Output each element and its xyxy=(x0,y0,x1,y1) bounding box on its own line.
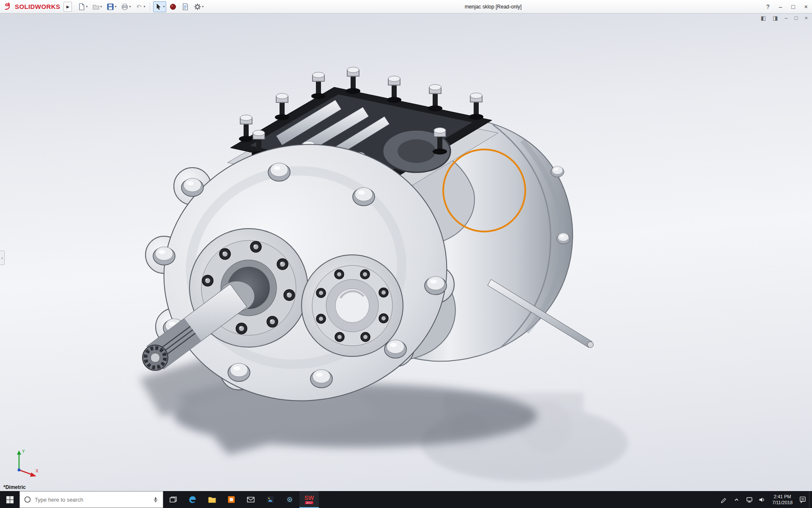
feature-manager-collapse-tab[interactable]: ‹ xyxy=(0,251,5,265)
solidworks-taskbar-button[interactable]: SW 2017 xyxy=(299,491,319,508)
gearbox-model[interactable] xyxy=(143,67,593,419)
dropdown-caret[interactable]: ▾ xyxy=(143,5,145,8)
pane-left-icon[interactable]: ◧ xyxy=(761,15,766,21)
doc-close-button[interactable]: × xyxy=(804,15,808,21)
titlebar: SOLIDWORKS ▶ ▾ ▾ ▾ xyxy=(0,0,812,14)
media-app-button[interactable] xyxy=(280,491,299,508)
show-desktop-button[interactable] xyxy=(809,491,812,508)
open-button[interactable]: ▾ xyxy=(91,1,104,12)
dropdown-caret[interactable]: ▾ xyxy=(202,5,203,8)
maximize-button[interactable]: □ xyxy=(791,4,795,10)
store-button[interactable] xyxy=(222,491,241,508)
doc-restore-button[interactable]: □ xyxy=(795,15,798,21)
document-window-controls: ◧ ◨ – □ × xyxy=(761,15,808,21)
windows-taskbar: SW 2017 xyxy=(0,491,812,508)
open-folder-icon xyxy=(92,3,100,11)
select-tool-button[interactable]: ▾ xyxy=(153,1,166,12)
clock-date: 7/11/2018 xyxy=(772,500,793,505)
mail-icon xyxy=(247,495,255,504)
windows-logo-icon xyxy=(6,496,14,503)
cortana-circle-icon xyxy=(24,496,31,503)
triad-x-label: X xyxy=(36,469,38,473)
options-button[interactable]: ▾ xyxy=(192,1,205,12)
search-input[interactable] xyxy=(35,497,149,503)
triad-y-label: Y xyxy=(22,449,25,454)
taskbar-clock[interactable]: 2:41 PM 7/11/2018 xyxy=(768,491,796,508)
undo-arrow-icon xyxy=(135,3,143,11)
view-orientation-label: *Dimetric xyxy=(3,484,26,490)
dassault-systemes-logo xyxy=(3,2,13,11)
edge-button[interactable] xyxy=(183,491,202,508)
model-reflection xyxy=(421,392,628,481)
action-center-button[interactable] xyxy=(796,491,809,508)
gear-icon xyxy=(194,3,201,11)
minimize-button[interactable]: – xyxy=(779,4,782,10)
store-icon xyxy=(227,495,236,504)
pane-right-icon[interactable]: ◨ xyxy=(773,15,778,21)
photos-button[interactable] xyxy=(261,491,280,508)
dropdown-caret[interactable]: ▾ xyxy=(86,5,88,8)
clock-time: 2:41 PM xyxy=(774,494,791,500)
dropdown-caret[interactable]: ▾ xyxy=(115,5,116,8)
action-center-icon xyxy=(799,496,807,503)
network-icon xyxy=(746,496,753,503)
speaker-icon xyxy=(758,496,765,503)
file-properties-button[interactable] xyxy=(180,1,191,12)
document-title: menjac sklop [Read-only] xyxy=(465,4,522,10)
file-properties-icon xyxy=(181,3,189,11)
start-button[interactable] xyxy=(0,491,19,508)
edge-icon xyxy=(188,495,197,504)
window-controls: ? – □ × xyxy=(766,0,808,13)
dropdown-caret[interactable]: ▾ xyxy=(100,5,102,8)
hidden-icons-button[interactable] xyxy=(730,491,743,508)
save-floppy-icon xyxy=(107,3,114,11)
save-button[interactable]: ▾ xyxy=(105,1,118,12)
output-hub xyxy=(302,255,403,356)
new-document-icon xyxy=(78,3,85,11)
media-app-icon xyxy=(285,495,294,504)
print-button[interactable]: ▾ xyxy=(119,1,132,12)
standard-toolbar: ▾ ▾ ▾ ▾ xyxy=(76,0,205,13)
menu-expand-arrow[interactable]: ▶ xyxy=(63,2,72,12)
network-tray-button[interactable] xyxy=(743,491,756,508)
render-sphere-button[interactable] xyxy=(167,1,178,12)
file-explorer-button[interactable] xyxy=(202,491,222,508)
undo-button[interactable]: ▾ xyxy=(134,1,147,12)
pen-icon xyxy=(720,496,727,503)
volume-tray-button[interactable] xyxy=(756,491,768,508)
dropdown-caret[interactable]: ▾ xyxy=(129,5,131,8)
chevron-up-icon xyxy=(733,497,740,503)
system-tray: 2:41 PM 7/11/2018 xyxy=(718,491,812,508)
print-icon xyxy=(121,3,129,11)
microphone-icon[interactable] xyxy=(152,496,159,503)
toolbar-separator xyxy=(150,3,150,11)
solidworks-window: SOLIDWORKS ▶ ▾ ▾ ▾ xyxy=(0,0,812,508)
mail-button[interactable] xyxy=(241,491,261,508)
orientation-triad: Y X xyxy=(17,449,38,477)
pen-tray-button[interactable] xyxy=(718,491,730,508)
viewport-canvas[interactable]: Y X xyxy=(0,14,812,491)
help-button[interactable]: ? xyxy=(766,4,770,10)
new-document-button[interactable]: ▾ xyxy=(76,1,89,12)
render-sphere-icon xyxy=(169,3,177,11)
select-cursor-icon xyxy=(155,3,162,11)
brand-text: SOLIDWORKS xyxy=(15,3,60,10)
photos-icon xyxy=(266,495,274,504)
solidworks-brand: SOLIDWORKS xyxy=(0,0,63,13)
file-explorer-icon xyxy=(208,496,217,504)
task-view-button[interactable] xyxy=(163,491,183,508)
doc-minimize-button[interactable]: – xyxy=(785,15,787,21)
solidworks-app-icon: SW 2017 xyxy=(303,493,315,506)
dropdown-caret[interactable]: ▾ xyxy=(163,5,165,8)
task-view-icon xyxy=(169,496,177,503)
close-button[interactable]: × xyxy=(804,4,808,10)
graphics-viewport[interactable]: ◧ ◨ – □ × ‹ xyxy=(0,14,812,491)
taskbar-search[interactable] xyxy=(19,491,163,508)
